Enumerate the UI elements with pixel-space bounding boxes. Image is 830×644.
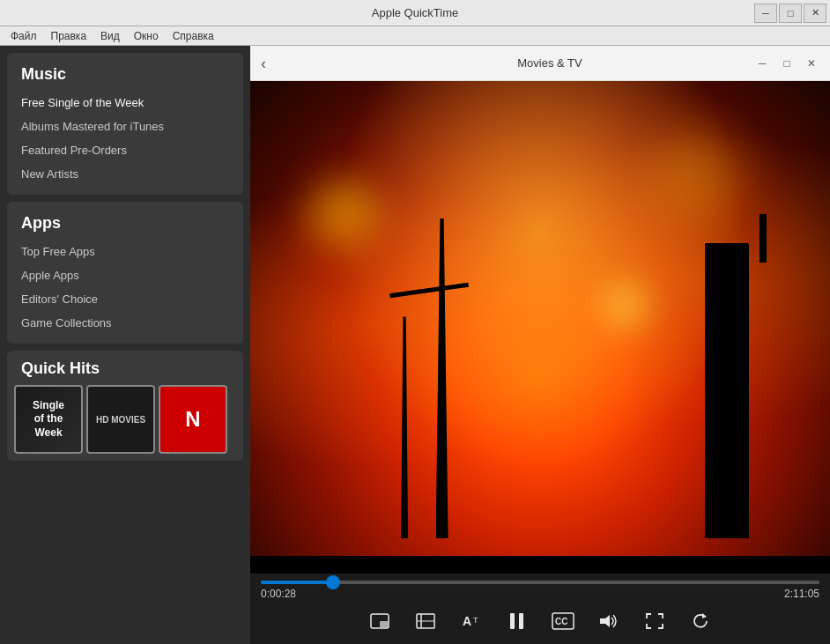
movies-window-controls: ─ □ ✕ xyxy=(751,54,823,73)
black-bar-bottom xyxy=(250,556,830,574)
video-area[interactable] xyxy=(250,81,830,574)
quick-hits-items: Singleof the Week HD MOVIES N xyxy=(7,385,243,454)
back-button[interactable]: ‹ xyxy=(261,56,266,71)
svg-text:T: T xyxy=(473,616,478,625)
menu-file[interactable]: Файл xyxy=(4,28,44,44)
menu-edit[interactable]: Правка xyxy=(44,28,94,44)
fullscreen-button[interactable] xyxy=(641,607,669,635)
playback-controls: A T CC xyxy=(250,603,830,644)
close-button[interactable]: ✕ xyxy=(804,4,826,23)
sidebar-item-pre-orders[interactable]: Featured Pre-Orders xyxy=(7,138,243,162)
volume-button[interactable] xyxy=(595,607,623,635)
svg-rect-7 xyxy=(510,613,515,629)
right-panel: ‹ Movies & TV ─ □ ✕ xyxy=(250,46,830,644)
movies-maximize-button[interactable]: □ xyxy=(775,54,798,73)
music-section-title: Music xyxy=(7,62,243,91)
svg-text:A: A xyxy=(463,614,471,628)
closed-captions-button[interactable]: CC xyxy=(549,607,577,635)
movies-minimize-button[interactable]: ─ xyxy=(751,54,774,73)
sidebar-item-new-artists[interactable]: New Artists xyxy=(7,162,243,186)
silhouette-monolith-top xyxy=(760,214,767,263)
sidebar-item-editors-choice[interactable]: Editors' Choice xyxy=(7,287,243,311)
svg-text:CC: CC xyxy=(555,617,567,626)
quick-hit-hd-text: HD MOVIES xyxy=(96,415,145,425)
progress-thumb[interactable] xyxy=(326,575,340,589)
title-bar: Apple QuickTime ─ □ ✕ xyxy=(0,0,830,26)
menu-bar: Файл Правка Вид Окно Справка xyxy=(0,26,830,46)
svg-rect-8 xyxy=(519,613,523,629)
play-pause-button[interactable] xyxy=(503,607,531,635)
sidebar-item-apple-apps[interactable]: Apple Apps xyxy=(7,263,243,287)
quick-hits-section: Quick Hits Singleof the Week HD MOVIES N xyxy=(7,351,243,461)
svg-rect-1 xyxy=(380,621,388,627)
quick-hit-single-text: Singleof the Week xyxy=(19,399,78,440)
quick-hit-n-thumb[interactable]: N xyxy=(159,385,227,454)
pip-button[interactable] xyxy=(366,607,394,635)
progress-track[interactable] xyxy=(261,581,819,584)
apps-section-title: Apps xyxy=(7,211,243,240)
caption-size-button[interactable]: A T xyxy=(457,607,485,635)
quick-hits-title: Quick Hits xyxy=(7,359,243,385)
menu-view[interactable]: Вид xyxy=(93,28,127,44)
apps-section: Apps Top Free Apps Apple Apps Editors' C… xyxy=(7,202,243,344)
progress-container xyxy=(250,574,830,584)
quick-hit-single-thumb[interactable]: Singleof the Week xyxy=(14,385,83,454)
sidebar: Music Free Single of the Week Albums Mas… xyxy=(0,46,250,644)
maximize-button[interactable]: □ xyxy=(779,4,802,23)
svg-marker-11 xyxy=(600,615,610,627)
sidebar-item-game-collections[interactable]: Game Collections xyxy=(7,311,243,335)
window-title: Apple QuickTime xyxy=(372,6,459,19)
main-content: Music Free Single of the Week Albums Mas… xyxy=(0,46,830,644)
svg-marker-12 xyxy=(702,613,707,618)
video-frame xyxy=(250,81,830,574)
minimize-button[interactable]: ─ xyxy=(754,4,777,23)
chapters-button[interactable] xyxy=(411,607,440,635)
movies-close-button[interactable]: ✕ xyxy=(800,54,823,73)
sidebar-item-albums[interactable]: Albums Mastered for iTunes xyxy=(7,115,243,138)
movies-tv-title: Movies & TV xyxy=(280,56,819,70)
music-section: Music Free Single of the Week Albums Mas… xyxy=(7,53,243,195)
title-bar-controls: ─ □ ✕ xyxy=(754,4,826,23)
controls-bar: 0:00:28 2:11:05 xyxy=(250,574,830,644)
sidebar-item-top-free[interactable]: Top Free Apps xyxy=(7,240,243,263)
menu-help[interactable]: Справка xyxy=(166,28,221,44)
silhouette-monolith xyxy=(705,243,749,538)
total-time: 2:11:05 xyxy=(784,588,819,600)
sidebar-item-free-single[interactable]: Free Single of the Week xyxy=(7,91,243,115)
progress-fill xyxy=(261,581,333,584)
menu-window[interactable]: Окно xyxy=(127,28,166,44)
current-time: 0:00:28 xyxy=(261,588,296,600)
replay-button[interactable] xyxy=(686,607,715,635)
quick-hit-n-text: N xyxy=(185,407,200,432)
quick-hit-hd-thumb[interactable]: HD MOVIES xyxy=(86,385,155,454)
movies-title-bar: ‹ Movies & TV ─ □ ✕ xyxy=(250,46,830,81)
